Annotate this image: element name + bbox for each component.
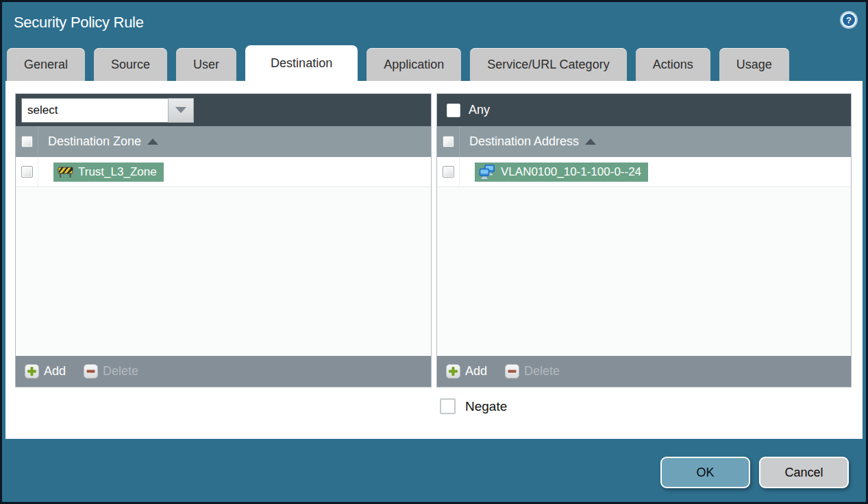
- titlebar: Security Policy Rule ?: [2, 2, 866, 43]
- address-tag-label: VLAN0100_10-1-100-0--24: [501, 165, 641, 179]
- add-zone-button[interactable]: Add: [25, 364, 66, 379]
- zone-tag[interactable]: Trust_L3_Zone: [53, 163, 164, 182]
- address-rows: VLAN0100_10-1-100-0--24: [437, 157, 851, 356]
- delete-label: Delete: [524, 364, 560, 379]
- zone-select-combo: [21, 98, 194, 123]
- table-row[interactable]: VLAN0100_10-1-100-0--24: [437, 157, 851, 187]
- add-label: Add: [44, 364, 66, 379]
- cancel-button[interactable]: Cancel: [759, 457, 849, 488]
- zone-column-header: Destination Zone: [16, 126, 431, 157]
- svg-text:?: ?: [846, 15, 852, 25]
- help-icon[interactable]: ?: [839, 10, 859, 30]
- zone-panel-footer: Add Delete: [16, 356, 431, 387]
- address-row-checkbox-cell: [437, 157, 460, 187]
- add-icon: [446, 364, 460, 379]
- zone-select-input[interactable]: [21, 98, 168, 123]
- zone-tag-label: Trust_L3_Zone: [78, 165, 157, 179]
- tab-source[interactable]: Source: [94, 48, 167, 81]
- tab-destination[interactable]: Destination: [245, 45, 358, 81]
- ok-button[interactable]: OK: [660, 457, 750, 488]
- zone-row-checkbox-cell: [16, 157, 38, 187]
- security-policy-rule-dialog: Security Policy Rule ? General Source Us…: [0, 0, 868, 504]
- any-checkbox[interactable]: [447, 104, 460, 117]
- add-icon: [25, 364, 39, 379]
- tab-bar: General Source User Destination Applicat…: [7, 45, 861, 81]
- zone-row-checkbox[interactable]: [21, 166, 33, 178]
- chevron-down-icon: [175, 107, 186, 113]
- negate-toggle[interactable]: Negate: [440, 398, 507, 414]
- address-column-label[interactable]: Destination Address: [469, 134, 579, 149]
- zone-select-dropdown-button[interactable]: [168, 98, 194, 123]
- destination-address-panel: Any Destination Address: [436, 93, 852, 387]
- tab-actions[interactable]: Actions: [636, 48, 710, 81]
- sort-asc-icon[interactable]: [147, 139, 158, 145]
- zone-header-checkbox-cell: [16, 126, 38, 157]
- delete-zone-button[interactable]: Delete: [84, 364, 138, 379]
- delete-label: Delete: [103, 364, 138, 379]
- address-column-header: Destination Address: [437, 126, 851, 157]
- tab-application[interactable]: Application: [367, 48, 461, 81]
- address-row-checkbox[interactable]: [443, 166, 454, 178]
- zone-rows: Trust_L3_Zone: [16, 157, 431, 356]
- destination-zone-panel: Destination Zone: [15, 93, 432, 387]
- destination-tab-content: Destination Zone: [5, 81, 863, 439]
- zone-select-all-checkbox[interactable]: [21, 136, 33, 147]
- delete-icon: [84, 364, 98, 379]
- tab-service-url-category[interactable]: Service/URL Category: [470, 48, 626, 81]
- address-header-checkbox-cell: [437, 126, 460, 157]
- address-tag[interactable]: VLAN0100_10-1-100-0--24: [475, 163, 648, 182]
- any-label: Any: [469, 103, 490, 117]
- address-select-all-checkbox[interactable]: [443, 136, 454, 147]
- tab-user[interactable]: User: [176, 48, 236, 81]
- dialog-title: Security Policy Rule: [14, 14, 144, 32]
- negate-label: Negate: [465, 399, 507, 414]
- any-toggle[interactable]: Any: [443, 103, 490, 117]
- address-panel-footer: Add Delete: [437, 356, 851, 387]
- add-label: Add: [465, 364, 487, 379]
- zone-column-label[interactable]: Destination Zone: [48, 134, 141, 149]
- tab-usage[interactable]: Usage: [719, 48, 789, 81]
- delete-icon: [505, 364, 519, 379]
- network-icon: [479, 165, 496, 179]
- negate-checkbox[interactable]: [440, 398, 456, 414]
- add-address-button[interactable]: Add: [446, 364, 487, 379]
- zone-icon: [58, 165, 73, 178]
- table-row[interactable]: Trust_L3_Zone: [16, 157, 431, 187]
- tab-general[interactable]: General: [7, 48, 85, 81]
- address-panel-toolbar: Any: [437, 94, 851, 126]
- sort-asc-icon[interactable]: [585, 139, 596, 145]
- delete-address-button[interactable]: Delete: [505, 364, 560, 379]
- zone-panel-toolbar: [16, 94, 431, 126]
